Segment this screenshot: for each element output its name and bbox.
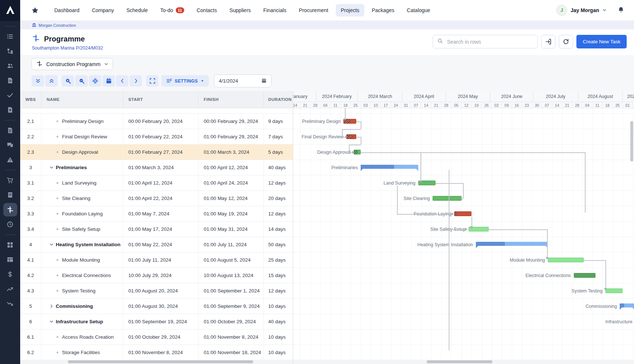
column-header-name[interactable]: NAME bbox=[41, 91, 123, 108]
gantt-bar-site-clearing[interactable] bbox=[433, 196, 461, 201]
sidebar-item-grid[interactable] bbox=[3, 238, 17, 252]
table-row-access-roads-creation[interactable]: 6.1Access Roads Creation01:00 October 29… bbox=[20, 330, 293, 345]
table-row-electrical-connections[interactable]: 4.2Electrical Connections10:00 July 29, … bbox=[20, 268, 293, 283]
column-header-duration[interactable]: DURATION bbox=[263, 91, 293, 108]
gantt-bar-design-approval[interactable] bbox=[354, 150, 361, 154]
cell-duration: 15 days bbox=[263, 268, 293, 283]
nav-item-financials[interactable]: Financials bbox=[258, 4, 292, 17]
gantt-bar-system-testing[interactable] bbox=[605, 288, 623, 293]
sidebar-item-chat[interactable] bbox=[3, 138, 17, 152]
view-selector-dropdown[interactable]: Construction Programm bbox=[32, 58, 113, 70]
nav-item-packages[interactable]: Packages bbox=[367, 4, 399, 17]
fullscreen-button[interactable] bbox=[146, 75, 158, 87]
zoom-in-button[interactable] bbox=[62, 75, 74, 87]
nav-item-procurement[interactable]: Procurement bbox=[294, 4, 334, 17]
app-logo[interactable] bbox=[0, 0, 20, 21]
nav-item-schedule[interactable]: Schedule bbox=[121, 4, 153, 17]
table-row-heating-system-installation[interactable]: 4Heating System Installation01:00 May 22… bbox=[20, 237, 293, 252]
column-header-wbs[interactable]: WBS bbox=[20, 91, 41, 108]
sidebar-item-invoice[interactable] bbox=[3, 188, 17, 202]
zoom-out-button[interactable] bbox=[75, 75, 88, 87]
favorites-star-icon[interactable] bbox=[31, 7, 39, 14]
sidebar-item-team[interactable] bbox=[3, 59, 17, 73]
breadcrumb-label[interactable]: Morgan Construction bbox=[39, 23, 76, 28]
table-row-module-mounting[interactable]: 4.1Module Mounting01:00 July 11, 202401:… bbox=[20, 252, 293, 268]
gantt-week-tick: 11 bbox=[331, 102, 340, 108]
sidebar-item-gantt[interactable] bbox=[3, 203, 17, 216]
nav-item-catalogue[interactable]: Catalogue bbox=[402, 4, 436, 17]
table-scroll-thumb[interactable] bbox=[68, 360, 253, 363]
search-input[interactable] bbox=[446, 39, 533, 45]
gantt-bar-electrical-connections[interactable] bbox=[574, 273, 595, 278]
sidebar-item-trend-down[interactable] bbox=[3, 297, 17, 310]
table-row-site-safety-setup[interactable]: 3.4Site Safety Setup01:00 May 17, 202401… bbox=[20, 222, 293, 237]
table-row-design-approval[interactable]: 2.3Design Approval01:00 February 27, 202… bbox=[20, 145, 293, 160]
nav-item-suppliers[interactable]: Suppliers bbox=[224, 4, 256, 17]
sidebar-item-dollar[interactable] bbox=[3, 267, 17, 281]
table-row-site-clearing[interactable]: 3.2Site Clearing01:00 April 22, 202401:0… bbox=[20, 191, 293, 206]
nav-item-dashboard[interactable]: Dashboard bbox=[49, 4, 85, 17]
sidebar-item-cart[interactable] bbox=[3, 174, 17, 187]
nav-item-company[interactable]: Company bbox=[87, 4, 119, 17]
chevron-right-button[interactable] bbox=[130, 75, 142, 87]
gantt-bar-module-mounting[interactable] bbox=[548, 258, 584, 262]
table-row-commissioning[interactable]: 5Commissioning01:00 August 30, 202401:00… bbox=[20, 299, 293, 314]
settings-button[interactable]: SETTINGS bbox=[161, 75, 209, 87]
user-menu[interactable]: J Jay Morgan bbox=[556, 5, 606, 16]
gantt-bar-heating-system-installation[interactable] bbox=[476, 242, 548, 246]
chevron-down-icon[interactable] bbox=[49, 165, 54, 170]
gantt-gridline bbox=[542, 108, 543, 364]
table-icon bbox=[7, 256, 14, 263]
task-name: Site Safety Setup bbox=[62, 226, 100, 232]
sidebar-item-list[interactable] bbox=[3, 30, 17, 43]
gantt-bar-preliminaries[interactable] bbox=[361, 165, 418, 169]
table-row-land-surveying[interactable]: 3.1Land Surveying01:00 April 12, 202401:… bbox=[20, 175, 293, 191]
chevron-down-icon[interactable] bbox=[49, 319, 54, 324]
column-header-start[interactable]: START bbox=[123, 91, 198, 108]
sidebar-item-table[interactable] bbox=[3, 253, 17, 266]
notifications-bell-icon[interactable] bbox=[617, 6, 624, 15]
dependency-line bbox=[436, 183, 463, 184]
chevron-down-icon[interactable] bbox=[49, 242, 54, 247]
todo-count-badge: 11 bbox=[176, 7, 184, 14]
nav-item-to-do[interactable]: To-do11 bbox=[155, 4, 189, 17]
column-header-finish[interactable]: FINISH bbox=[198, 91, 263, 108]
chevron-left-button[interactable] bbox=[116, 75, 128, 87]
sidebar-item-trend-up[interactable] bbox=[3, 282, 17, 296]
gantt-gridline bbox=[300, 108, 300, 364]
table-row-preliminary-design[interactable]: 2.1Preliminary Design00:00 February 20, … bbox=[20, 114, 293, 129]
chevron-right-icon[interactable] bbox=[49, 304, 54, 309]
sidebar-item-document[interactable] bbox=[3, 74, 17, 87]
nav-item-contacts[interactable]: Contacts bbox=[192, 4, 222, 17]
gantt-bar-foundation-laying[interactable] bbox=[454, 211, 471, 216]
sidebar-item-page[interactable] bbox=[3, 124, 17, 137]
gantt-vertical-scroll-thumb[interactable] bbox=[630, 121, 633, 161]
refresh-button[interactable] bbox=[559, 35, 573, 48]
gantt-bar-final-design-review[interactable] bbox=[346, 134, 356, 139]
nav-item-projects[interactable]: Projects bbox=[336, 4, 365, 17]
date-picker[interactable]: 4/1/2024 bbox=[214, 74, 272, 87]
sidebar-item-file-upload[interactable] bbox=[3, 103, 17, 117]
sidebar-item-clock[interactable] bbox=[3, 218, 17, 231]
gantt-week-tick: 12 bbox=[462, 102, 471, 108]
sidebar-item-warning[interactable] bbox=[3, 153, 17, 167]
table-row-system-testing[interactable]: 4.3System Testing01:00 August 20, 202401… bbox=[20, 283, 293, 299]
cell-duration: 10 days bbox=[263, 330, 293, 345]
chevrons-up-button[interactable] bbox=[45, 75, 58, 87]
chevrons-down-button[interactable] bbox=[32, 75, 44, 87]
table-row-preliminaries[interactable]: 3Preliminaries01:00 March 3, 202401:00 A… bbox=[20, 160, 293, 175]
cell-duration: 10 days bbox=[263, 299, 293, 314]
gantt-bar-commissioning[interactable] bbox=[620, 303, 634, 307]
sidebar-item-workflow[interactable] bbox=[3, 44, 17, 58]
task-name: Module Mounting bbox=[62, 257, 100, 263]
table-row-storage-facilities[interactable]: 6.2Storage Facilities01:00 November 8, 2… bbox=[20, 345, 293, 360]
table-row-final-design-review[interactable]: 2.2Final Design Review01:00 February 22,… bbox=[20, 129, 293, 145]
create-new-task-button[interactable]: Create New Task bbox=[576, 35, 627, 48]
table-row-foundation-laying[interactable]: 3.3Foundation Laying01:00 May 7, 202401:… bbox=[20, 206, 293, 222]
sidebar-item-check[interactable] bbox=[3, 88, 17, 102]
calendar-button[interactable] bbox=[102, 75, 115, 87]
gantt-scroll-thumb[interactable] bbox=[427, 360, 492, 363]
export-button[interactable] bbox=[541, 35, 555, 48]
table-row-infrastructure-setup[interactable]: 6Infrastructure Setup01:00 September 19,… bbox=[20, 314, 293, 330]
fit-button[interactable] bbox=[89, 75, 101, 87]
